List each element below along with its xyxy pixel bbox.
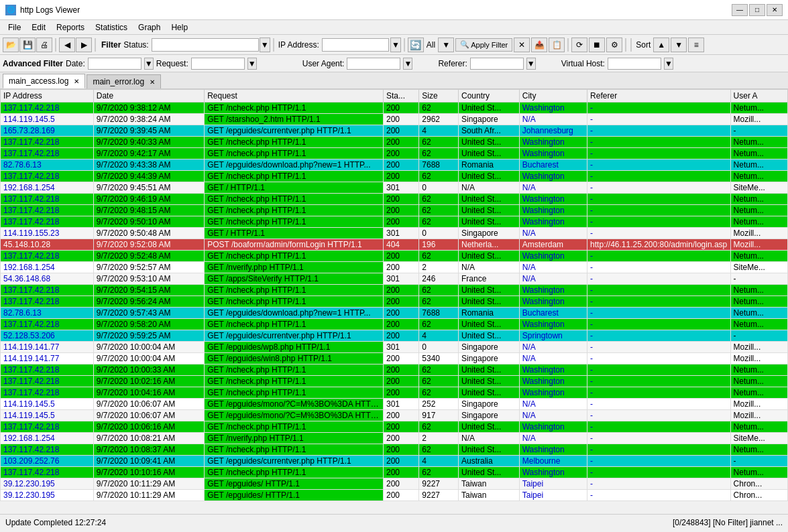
nav-button-1[interactable]: ◀ <box>59 38 75 52</box>
cell-city: Melbourne <box>519 456 587 467</box>
table-row[interactable]: 137.117.42.2189/7/2020 9:44:39 AMGET /nc… <box>1 171 788 182</box>
col-header-referer[interactable]: Referer <box>587 90 730 103</box>
print-button[interactable]: 🖨 <box>36 38 52 52</box>
close-button[interactable]: ✕ <box>767 4 783 16</box>
export-btn[interactable]: 📤 <box>531 38 547 52</box>
table-row[interactable]: 137.117.42.2189/7/2020 9:52:48 AMGET /nc… <box>1 251 788 262</box>
save-button[interactable]: 💾 <box>19 38 36 52</box>
ip-dropdown-btn[interactable]: ▼ <box>390 38 401 52</box>
maximize-button[interactable]: □ <box>749 4 765 16</box>
table-row[interactable]: 137.117.42.2189/7/2020 10:00:33 AMGET /n… <box>1 364 788 376</box>
table-row[interactable]: 103.209.252.769/7/2020 10:09:41 AMGET /e… <box>1 456 788 467</box>
status-filter-dropdown[interactable]: ▼ <box>152 38 270 52</box>
date-dropdown-btn[interactable]: ▼ <box>144 58 154 70</box>
all-dropdown-btn[interactable]: ▼ <box>438 38 454 52</box>
cell-useragent: Mozill... <box>730 410 787 421</box>
menu-file[interactable]: File <box>3 21 26 34</box>
table-row[interactable]: 137.117.42.2189/7/2020 9:40:33 AMGET /nc… <box>1 137 788 148</box>
table-row[interactable]: 39.12.230.1959/7/2020 10:11:29 AMGET /ep… <box>1 478 788 490</box>
table-row[interactable]: 137.117.42.2189/7/2020 10:02:16 AMGET /n… <box>1 376 788 387</box>
log-table-container[interactable]: IP Address Date Request Sta... Size Coun… <box>0 89 788 514</box>
table-row[interactable]: 137.117.42.2189/7/2020 9:46:19 AMGET /nc… <box>1 194 788 205</box>
table-row[interactable]: 192.168.1.2549/7/2020 9:52:57 AMGET /nve… <box>1 262 788 273</box>
config-btn[interactable]: ⚙ <box>606 38 622 52</box>
table-row[interactable]: 39.12.230.1959/7/2020 10:11:29 AMGET /ep… <box>1 490 788 501</box>
ip-filter-input[interactable] <box>322 38 389 52</box>
col-header-ip[interactable]: IP Address <box>1 90 94 103</box>
status-filter-input[interactable] <box>152 38 259 52</box>
sort-up-btn[interactable]: ▲ <box>653 38 669 52</box>
table-row[interactable]: 137.117.42.2189/7/2020 9:56:24 AMGET /nc… <box>1 296 788 308</box>
request-filter-input[interactable] <box>191 58 245 70</box>
referer-dropdown-btn[interactable]: ▼ <box>526 58 536 70</box>
cell-request: GET /apps/SiteVerify HTTP/1.1 <box>205 273 384 285</box>
referer-filter-input[interactable] <box>470 58 524 70</box>
table-row[interactable]: 137.117.42.2189/7/2020 9:48:15 AMGET /nc… <box>1 205 788 216</box>
table-row[interactable]: 137.117.42.2189/7/2020 10:06:16 AMGET /n… <box>1 421 788 433</box>
col-header-date[interactable]: Date <box>93 90 204 103</box>
stop-btn[interactable]: ⏹ <box>589 38 605 52</box>
table-row[interactable]: 165.73.28.1699/7/2020 9:39:45 AMGET /epg… <box>1 125 788 137</box>
update-btn[interactable]: ⟳ <box>571 38 587 52</box>
vh-dropdown-btn[interactable]: ▼ <box>664 58 673 70</box>
cell-request: GET /nverify.php HTTP/1.1 <box>205 262 384 273</box>
col-header-city[interactable]: City <box>519 90 587 103</box>
nav-button-2[interactable]: ▶ <box>76 38 92 52</box>
virtual-host-input[interactable] <box>608 58 661 70</box>
col-header-request[interactable]: Request <box>205 90 384 103</box>
col-header-status[interactable]: Sta... <box>383 90 418 103</box>
table-row[interactable]: 52.128.53.2069/7/2020 9:59:25 AMGET /epg… <box>1 330 788 342</box>
col-header-size[interactable]: Size <box>419 90 459 103</box>
table-row[interactable]: 137.117.42.2189/7/2020 9:54:15 AMGET /nc… <box>1 285 788 296</box>
table-row[interactable]: 192.168.1.2549/7/2020 9:45:51 AMGET / HT… <box>1 182 788 194</box>
cell-country: Netherla... <box>459 239 520 251</box>
sort-down-btn[interactable]: ▼ <box>671 38 687 52</box>
table-row[interactable]: 192.168.1.2549/7/2020 10:08:21 AMGET /nv… <box>1 433 788 444</box>
tab-main-access[interactable]: main_access.log ✕ <box>3 74 85 88</box>
cell-city: Washington <box>519 387 587 399</box>
table-row[interactable]: 114.119.141.779/7/2020 10:00:04 AMGET /e… <box>1 353 788 364</box>
table-row[interactable]: 54.36.148.689/7/2020 9:53:10 AMGET /apps… <box>1 273 788 285</box>
table-row[interactable]: 137.117.42.2189/7/2020 9:42:17 AMGET /nc… <box>1 148 788 159</box>
table-row[interactable]: 137.117.42.2189/7/2020 9:38:12 AMGET /nc… <box>1 103 788 114</box>
status-dropdown-btn[interactable]: ▼ <box>260 38 270 52</box>
table-row[interactable]: 137.117.42.2189/7/2020 10:10:16 AMGET /n… <box>1 467 788 478</box>
table-row[interactable]: 114.119.145.59/7/2020 10:06:07 AMGET /ep… <box>1 399 788 410</box>
table-row[interactable]: 137.117.42.2189/7/2020 9:58:20 AMGET /nc… <box>1 319 788 330</box>
col-header-country[interactable]: Country <box>459 90 520 103</box>
table-row[interactable]: 82.78.6.139/7/2020 9:43:38 AMGET /epguid… <box>1 159 788 171</box>
tab-close-1[interactable]: ✕ <box>150 78 155 86</box>
ua-dropdown-btn[interactable]: ▼ <box>403 58 412 70</box>
table-row[interactable]: 45.148.10.289/7/2020 9:52:08 AMPOST /boa… <box>1 239 788 251</box>
open-button[interactable]: 📂 <box>3 38 19 52</box>
table-row[interactable]: 82.78.6.139/7/2020 9:57:43 AMGET /epguid… <box>1 308 788 319</box>
request-dropdown-btn[interactable]: ▼ <box>247 58 257 70</box>
menu-statistics[interactable]: Statistics <box>90 21 133 34</box>
menu-reports[interactable]: Reports <box>51 21 90 34</box>
table-row[interactable]: 114.119.145.59/7/2020 10:06:07 AMGET /ep… <box>1 410 788 421</box>
table-row[interactable]: 114.119.141.779/7/2020 10:00:04 AMGET /e… <box>1 342 788 353</box>
cell-date: 9/7/2020 9:38:24 AM <box>93 114 204 125</box>
menu-graph[interactable]: Graph <box>133 21 166 34</box>
apply-filter-button[interactable]: 🔍 Apply Filter <box>455 38 512 52</box>
date-filter-input[interactable] <box>88 58 142 70</box>
table-row[interactable]: 114.119.145.59/7/2020 9:38:24 AMGET /sta… <box>1 114 788 125</box>
minimize-button[interactable]: — <box>732 4 748 16</box>
menu-help[interactable]: Help <box>166 21 193 34</box>
cell-date: 9/7/2020 9:56:24 AM <box>93 296 204 308</box>
useragent-filter-input[interactable] <box>347 58 400 70</box>
table-row[interactable]: 114.119.155.239/7/2020 9:50:48 AMGET / H… <box>1 228 788 239</box>
table-row[interactable]: 137.117.42.2189/7/2020 10:04:16 AMGET /n… <box>1 387 788 399</box>
cell-referer: - <box>587 364 730 376</box>
table-row[interactable]: 137.117.42.2189/7/2020 9:50:10 AMGET /nc… <box>1 216 788 228</box>
refresh-btn[interactable]: 🔄 <box>408 38 424 52</box>
title-bar-buttons[interactable]: — □ ✕ <box>732 4 783 16</box>
tab-main-error[interactable]: main_error.log ✕ <box>87 74 161 88</box>
menu-edit[interactable]: Edit <box>26 21 51 34</box>
clear-filter-btn[interactable]: ✕ <box>514 38 530 52</box>
sort-config-btn[interactable]: ≡ <box>688 38 704 52</box>
copy-btn[interactable]: 📋 <box>549 38 565 52</box>
tab-close-0[interactable]: ✕ <box>74 78 79 85</box>
table-row[interactable]: 137.117.42.2189/7/2020 10:08:37 AMGET /n… <box>1 444 788 456</box>
col-header-useragent[interactable]: User A <box>730 90 787 103</box>
